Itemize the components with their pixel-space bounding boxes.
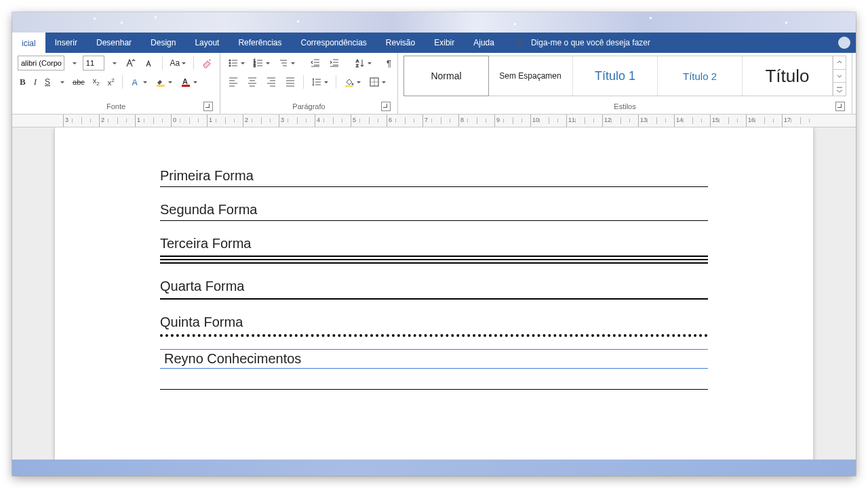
- tab-ajuda[interactable]: Ajuda: [464, 33, 504, 53]
- bold-button[interactable]: B: [18, 75, 28, 89]
- decrease-font-button[interactable]: [142, 56, 157, 70]
- tab-referencias[interactable]: Referências: [229, 33, 291, 53]
- increase-indent-icon: [329, 58, 340, 68]
- numbering-button[interactable]: 123: [251, 56, 272, 70]
- style-label: Normal: [431, 70, 461, 81]
- more-icon: [836, 87, 843, 92]
- underline-dropdown[interactable]: [56, 75, 66, 89]
- font-dialog-launcher[interactable]: [203, 102, 213, 111]
- svg-point-6: [229, 62, 231, 64]
- text-effects-button[interactable]: A: [128, 75, 149, 89]
- tell-me-label: Diga-me o que você deseja fazer: [531, 38, 650, 47]
- lightbulb-icon: [516, 38, 526, 47]
- tab-label: Exibir: [434, 38, 454, 47]
- svg-text:A: A: [132, 77, 138, 87]
- font-name-dropdown[interactable]: [68, 56, 79, 70]
- hr-blue-bottom: [160, 368, 708, 369]
- style-label: Sem Espaçamen: [499, 71, 561, 81]
- tab-pagina-inicial[interactable]: icial: [12, 33, 45, 54]
- align-right-button[interactable]: [264, 75, 279, 89]
- borders-button[interactable]: [367, 75, 388, 89]
- style-sem-espacamento[interactable]: Sem Espaçamen: [488, 56, 573, 96]
- shading-button[interactable]: [342, 75, 363, 89]
- horizontal-ruler[interactable]: 32101234567891011121314151617: [12, 115, 856, 127]
- tell-me-search[interactable]: Diga-me o que você deseja fazer: [516, 38, 650, 47]
- style-titulo-1[interactable]: Título 1: [573, 56, 658, 96]
- highlight-button[interactable]: [153, 75, 174, 89]
- svg-rect-14: [345, 85, 353, 87]
- justify-icon: [285, 77, 296, 87]
- hr-medium: [160, 298, 708, 300]
- tab-label: Inserir: [55, 38, 77, 47]
- svg-rect-4: [182, 85, 190, 87]
- borders-icon: [369, 77, 380, 87]
- font-size-combo[interactable]: 11: [83, 56, 104, 70]
- gallery-up[interactable]: [833, 56, 846, 70]
- decrease-font-icon: [144, 58, 155, 68]
- font-name-combo[interactable]: alibri (Corpo: [18, 56, 64, 70]
- multilevel-icon: [278, 58, 289, 68]
- superscript-button[interactable]: x2: [106, 75, 117, 89]
- increase-font-button[interactable]: [123, 56, 138, 70]
- tab-inserir[interactable]: Inserir: [45, 33, 87, 53]
- style-label: Título: [765, 66, 809, 87]
- gallery-more[interactable]: [833, 83, 846, 96]
- justify-button[interactable]: [283, 75, 298, 89]
- font-color-icon: A: [180, 77, 191, 87]
- style-normal[interactable]: Normal: [403, 56, 489, 96]
- strikethrough-button[interactable]: abc: [71, 75, 87, 89]
- account-avatar[interactable]: [838, 37, 850, 49]
- subscript-button[interactable]: x2: [91, 75, 102, 89]
- tab-revisao[interactable]: Revisão: [376, 33, 425, 53]
- tab-design[interactable]: Design: [141, 33, 185, 53]
- document-area[interactable]: Primeira Forma Segunda Forma Terceira Fo…: [12, 127, 856, 460]
- tab-correspondencias[interactable]: Correspondências: [291, 33, 376, 53]
- show-marks-button[interactable]: ¶: [384, 56, 393, 70]
- underline-button[interactable]: S: [43, 75, 52, 89]
- group-label-estilos: Estilos: [403, 100, 846, 113]
- svg-text:A: A: [356, 59, 359, 63]
- page: Primeira Forma Segunda Forma Terceira Fo…: [54, 127, 814, 460]
- hr-thin-2: [160, 220, 708, 221]
- font-color-button[interactable]: A: [178, 75, 199, 89]
- style-titulo[interactable]: Título: [743, 56, 833, 96]
- multilevel-list-button[interactable]: [276, 56, 297, 70]
- separator: [122, 75, 123, 89]
- tab-desenhar[interactable]: Desenhar: [87, 33, 141, 53]
- decrease-indent-button[interactable]: [308, 56, 323, 70]
- bullets-button[interactable]: [226, 56, 247, 70]
- font-size-value: 11: [86, 59, 94, 67]
- change-case-button[interactable]: Aa: [168, 56, 189, 70]
- bullets-icon: [228, 58, 239, 68]
- tab-exibir[interactable]: Exibir: [425, 33, 464, 53]
- tab-label: Ajuda: [473, 38, 494, 47]
- tab-label: Revisão: [386, 38, 415, 47]
- align-left-button[interactable]: [226, 75, 241, 89]
- italic-button[interactable]: I: [32, 75, 39, 89]
- tab-label: icial: [22, 39, 36, 48]
- hr-thin-last: [160, 389, 708, 390]
- paragraph-dialog-launcher[interactable]: [381, 102, 391, 111]
- separator: [193, 56, 194, 70]
- decrease-indent-icon: [310, 58, 321, 68]
- hr-triple: [160, 256, 708, 264]
- style-titulo-2[interactable]: Título 2: [658, 56, 743, 96]
- numbering-icon: 123: [253, 58, 264, 68]
- styles-dialog-launcher[interactable]: [835, 102, 845, 111]
- clear-formatting-button[interactable]: [199, 56, 214, 70]
- chevron-up-icon: [837, 60, 842, 65]
- svg-text:Z: Z: [356, 64, 359, 68]
- separator: [336, 75, 336, 89]
- svg-text:A: A: [182, 77, 188, 85]
- tab-layout[interactable]: Layout: [185, 33, 229, 53]
- sort-button[interactable]: AZ: [353, 56, 374, 70]
- align-center-button[interactable]: [245, 75, 260, 89]
- gallery-down[interactable]: [833, 70, 846, 83]
- increase-indent-button[interactable]: [327, 56, 342, 70]
- tab-label: Referências: [238, 38, 281, 47]
- font-size-dropdown[interactable]: [108, 56, 119, 70]
- line-spacing-button[interactable]: [309, 75, 330, 89]
- separator: [162, 56, 163, 70]
- sort-icon: AZ: [355, 58, 366, 68]
- group-label-paragrafo: Parágrafo: [226, 100, 392, 113]
